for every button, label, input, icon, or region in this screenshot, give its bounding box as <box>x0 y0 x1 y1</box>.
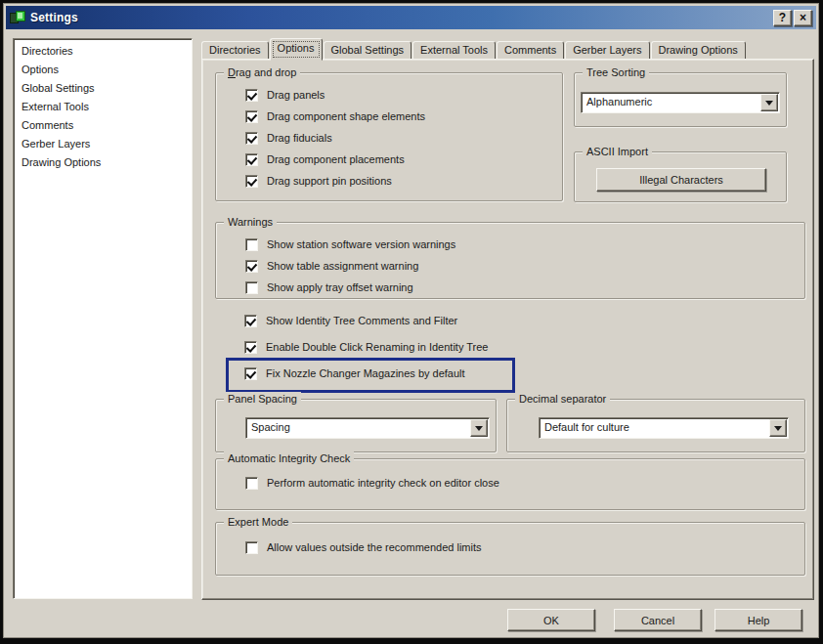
tab-strip: DirectoriesOptionsGlobal SettingsExterna… <box>201 37 814 60</box>
checkbox-checked-icon[interactable] <box>245 260 258 273</box>
tab-gerber-layers[interactable]: Gerber Layers <box>565 41 649 60</box>
tab-external-tools[interactable]: External Tools <box>412 41 496 60</box>
checkbox-row[interactable]: Drag support pin positions <box>245 170 425 192</box>
checkbox-label: Show Identity Tree Comments and Filter <box>266 315 457 326</box>
category-listbox[interactable]: DirectoriesOptionsGlobal SettingsExterna… <box>13 38 193 599</box>
illegal-characters-button[interactable]: Illegal Characters <box>596 168 766 192</box>
tree-sorting-select[interactable]: Alphanumeric <box>581 92 780 113</box>
titlebar[interactable]: Settings ? × <box>6 6 816 29</box>
group-title: ASCII Import <box>583 145 652 158</box>
group-decimal-separator: Decimal separator Default for culture <box>506 399 805 452</box>
chevron-down-icon[interactable] <box>760 94 778 111</box>
group-tree-sorting: Tree Sorting Alphanumeric <box>574 72 787 127</box>
checkbox-label: Show station software version warnings <box>267 238 455 250</box>
group-title: Automatic Integrity Check <box>224 451 354 465</box>
checkbox-row[interactable]: Drag component shape elements <box>245 106 425 127</box>
group-title: Decimal separator <box>515 392 610 406</box>
selected-value: Default for culture <box>540 418 768 438</box>
checkbox-label: Allow values outside the recommended lim… <box>267 541 482 553</box>
checkbox-row[interactable]: Drag fiducials <box>245 127 425 149</box>
window-title: Settings <box>30 11 771 24</box>
cancel-button[interactable]: Cancel <box>614 609 702 631</box>
checkbox-row[interactable]: Allow values outside the recommended lim… <box>245 537 482 558</box>
group-title: Expert Mode <box>224 515 292 529</box>
chevron-down-icon[interactable] <box>470 419 488 437</box>
checkbox-label: Enable Double Click Renaming in Identity… <box>266 341 488 353</box>
checkbox-row[interactable]: Show station software version warnings <box>245 234 455 255</box>
group-expert-mode: Expert Mode Allow values outside the rec… <box>215 522 805 576</box>
checkbox-unchecked-icon[interactable] <box>245 477 258 490</box>
sidebar-item-external-tools[interactable]: External Tools <box>14 98 192 116</box>
checkbox-row[interactable]: Enable Double Click Renaming in Identity… <box>244 336 488 358</box>
checkbox-checked-icon[interactable] <box>244 341 257 354</box>
group-drag-and-drop: Drag and drop Drag panelsDrag component … <box>215 72 563 201</box>
tab-drawing-options[interactable]: Drawing Options <box>651 41 746 60</box>
sidebar-item-comments[interactable]: Comments <box>14 116 192 135</box>
sidebar-item-directories[interactable]: Directories <box>14 42 192 61</box>
checkbox-checked-icon[interactable] <box>245 89 258 102</box>
checkbox-label: Drag panels <box>267 89 325 101</box>
tab-options[interactable]: Options <box>270 38 323 61</box>
settings-dialog: Settings ? × DirectoriesOptionsGlobal Se… <box>3 3 819 638</box>
panel-spacing-select[interactable]: Spacing <box>245 417 490 439</box>
checkbox-checked-icon[interactable] <box>245 153 258 166</box>
checkbox-label: Perform automatic integrity check on edi… <box>267 477 499 489</box>
checkbox-label: Show table assignment warning <box>267 260 418 272</box>
checkbox-unchecked-icon[interactable] <box>245 281 258 294</box>
sidebar-item-options[interactable]: Options <box>14 61 192 79</box>
selected-value: Alphanumeric <box>582 93 759 112</box>
tab-comments[interactable]: Comments <box>497 41 564 60</box>
checkbox-checked-icon[interactable] <box>245 132 258 145</box>
highlight-annotation <box>226 358 515 393</box>
decimal-separator-select[interactable]: Default for culture <box>539 417 789 439</box>
checkbox-unchecked-icon[interactable] <box>245 541 258 554</box>
checkbox-label: Drag component placements <box>267 153 405 165</box>
sidebar-item-gerber-layers[interactable]: Gerber Layers <box>14 135 192 153</box>
checkbox-label: Drag fiducials <box>267 132 332 144</box>
tab-global-settings[interactable]: Global Settings <box>324 41 412 60</box>
checkbox-row[interactable]: Show table assignment warning <box>245 255 455 277</box>
chevron-down-icon[interactable] <box>769 419 787 437</box>
group-automatic-integrity-check: Automatic Integrity Check Perform automa… <box>215 458 805 510</box>
sidebar-item-drawing-options[interactable]: Drawing Options <box>14 153 192 172</box>
checkbox-row[interactable]: Perform automatic integrity check on edi… <box>245 472 499 494</box>
group-warnings: Warnings Show station software version w… <box>215 222 805 299</box>
sidebar-item-global-settings[interactable]: Global Settings <box>14 79 192 98</box>
checkbox-checked-icon[interactable] <box>245 175 258 188</box>
help-button[interactable]: Help <box>715 609 802 631</box>
group-ascii-import: ASCII Import Illegal Characters <box>574 151 787 202</box>
tab-directories[interactable]: Directories <box>201 41 269 60</box>
ok-button[interactable]: OK <box>507 609 595 631</box>
checkbox-unchecked-icon[interactable] <box>245 238 258 251</box>
help-context-button[interactable]: ? <box>773 10 792 26</box>
group-panel-spacing: Panel Spacing Spacing <box>215 399 497 452</box>
checkbox-row[interactable]: Show Identity Tree Comments and Filter <box>244 310 488 331</box>
checkbox-checked-icon[interactable] <box>245 110 258 123</box>
checkbox-row[interactable]: Drag component placements <box>245 149 425 170</box>
app-icon <box>10 11 25 25</box>
checkbox-checked-icon[interactable] <box>244 315 257 327</box>
checkbox-row[interactable]: Show apply tray offset warning <box>245 277 455 298</box>
checkbox-label: Drag component shape elements <box>267 110 425 122</box>
group-title: Tree Sorting <box>583 65 649 79</box>
group-title: Drag and drop <box>224 65 300 79</box>
group-title: Panel Spacing <box>224 392 301 406</box>
options-tab-panel: Drag and drop Drag panelsDrag component … <box>201 59 814 600</box>
checkbox-row[interactable]: Drag panels <box>245 84 425 106</box>
checkbox-label: Drag support pin positions <box>267 175 392 187</box>
selected-value: Spacing <box>246 418 469 438</box>
checkbox-label: Show apply tray offset warning <box>267 281 413 293</box>
group-title: Warnings <box>224 215 277 229</box>
close-icon[interactable]: × <box>794 10 812 26</box>
